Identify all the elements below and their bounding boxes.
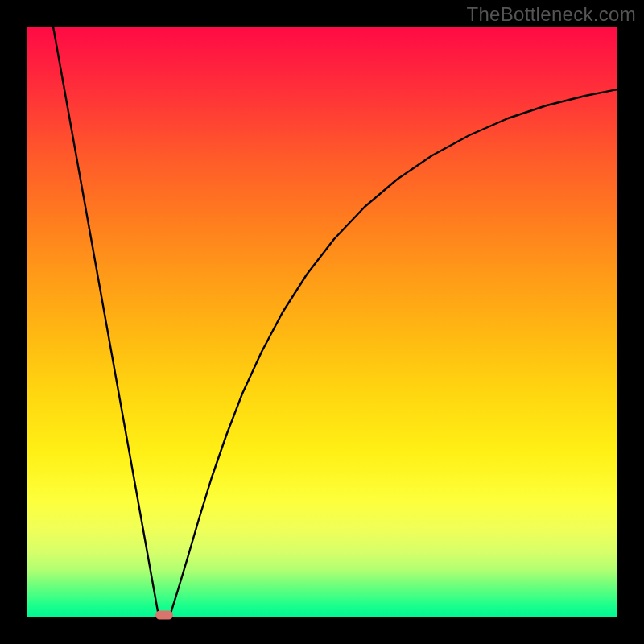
watermark-text: TheBottleneck.com xyxy=(466,3,636,26)
valley-marker xyxy=(155,611,173,620)
curve-layer xyxy=(27,27,617,617)
chart-frame: TheBottleneck.com xyxy=(0,0,644,644)
plot-area xyxy=(27,27,617,617)
curve-right-branch xyxy=(170,89,617,616)
curve-left-branch xyxy=(53,27,159,616)
